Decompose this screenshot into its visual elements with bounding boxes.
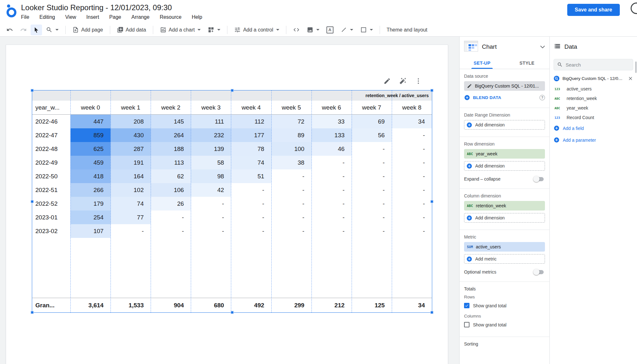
add-date-range-dimension[interactable]: Add dimension bbox=[464, 120, 545, 130]
value-cell: 191 bbox=[111, 156, 151, 169]
zoom-tool-button[interactable] bbox=[43, 25, 62, 35]
column-dimension-chip[interactable]: ABC retention_week bbox=[464, 201, 545, 211]
pivot-header-row: year_w...week 0week 1week 2week 3week 4w… bbox=[32, 101, 432, 115]
more-options-icon[interactable] bbox=[415, 77, 422, 85]
row-label: 2022-48 bbox=[32, 142, 70, 156]
totals-label: Totals bbox=[464, 286, 545, 291]
field-item-year_week[interactable]: ABCyear_week bbox=[550, 103, 637, 113]
resize-handle[interactable] bbox=[431, 200, 433, 203]
row-dimension-chip[interactable]: ABC year_week bbox=[464, 149, 545, 159]
menu-resource[interactable]: Resource bbox=[160, 14, 181, 20]
field-search-box[interactable] bbox=[554, 59, 633, 70]
pivot-table-chart[interactable]: retention_week / active_users year_w...w… bbox=[32, 90, 432, 312]
add-chart-button[interactable]: Add a chart bbox=[157, 25, 204, 35]
edit-pencil-icon[interactable] bbox=[383, 77, 391, 85]
resize-handle[interactable] bbox=[31, 311, 34, 314]
resize-handle[interactable] bbox=[231, 311, 233, 314]
close-icon[interactable] bbox=[628, 76, 633, 81]
resize-handle[interactable] bbox=[431, 89, 433, 92]
checkbox-checked[interactable] bbox=[464, 303, 469, 308]
insert-image-button[interactable] bbox=[304, 25, 323, 35]
value-cell: 133 bbox=[311, 128, 352, 142]
looker-studio-logo-icon[interactable] bbox=[5, 4, 17, 18]
scrollbar[interactable] bbox=[635, 61, 637, 73]
value-cell: 111 bbox=[191, 115, 231, 128]
add-control-button[interactable]: Add a control bbox=[231, 25, 282, 35]
totals-columns-label: Columns bbox=[464, 314, 545, 318]
value-cell: - bbox=[311, 211, 352, 224]
menu-file[interactable]: File bbox=[21, 14, 29, 20]
grand-total-cell: 125 bbox=[352, 298, 392, 312]
add-row-dimension[interactable]: Add dimension bbox=[464, 161, 545, 171]
optional-metrics-toggle[interactable] bbox=[534, 270, 544, 274]
menu-view[interactable]: View bbox=[65, 14, 76, 20]
menu-editing[interactable]: Editing bbox=[39, 14, 55, 20]
report-canvas[interactable]: retention_week / active_users year_w...w… bbox=[0, 37, 459, 364]
field-item-retention_week[interactable]: ABCretention_week bbox=[550, 94, 637, 103]
redo-button[interactable] bbox=[17, 25, 30, 35]
resize-handle[interactable] bbox=[31, 89, 34, 92]
add-metric[interactable]: Add metric bbox=[464, 254, 545, 264]
add-parameter-link[interactable]: Add a parameter bbox=[550, 134, 637, 146]
value-cell: 69 bbox=[352, 115, 392, 128]
value-cell: - bbox=[231, 211, 271, 224]
panel-tabs: SET-UP STYLE bbox=[460, 57, 549, 69]
value-cell: - bbox=[352, 169, 392, 183]
expand-collapse-toggle[interactable] bbox=[534, 177, 544, 181]
menu-page[interactable]: Page bbox=[109, 14, 121, 20]
search-input[interactable] bbox=[566, 62, 630, 68]
chart-panel-header[interactable]: Chart bbox=[460, 37, 549, 57]
data-source-chip[interactable]: BigQuery Custom SQL - 12/01... bbox=[464, 81, 545, 91]
metric-label: Metric bbox=[464, 234, 545, 239]
resize-handle[interactable] bbox=[31, 200, 34, 203]
add-data-button[interactable]: Add data bbox=[114, 25, 149, 35]
field-item-record-count[interactable]: 123Record Count bbox=[550, 113, 637, 122]
grand-total-cell: 904 bbox=[151, 298, 191, 312]
data-source-section: Data source BigQuery Custom SQL - 12/01.… bbox=[460, 69, 549, 108]
embed-code-button[interactable] bbox=[290, 25, 303, 35]
app-header: Looker Studio Reporting - 12/01/2023, 09… bbox=[0, 0, 637, 23]
shape-tool-button[interactable] bbox=[357, 25, 376, 35]
select-tool-button[interactable] bbox=[31, 25, 42, 35]
value-cell: 164 bbox=[111, 169, 151, 183]
add-column-dimension[interactable]: Add dimension bbox=[464, 213, 545, 223]
help-icon[interactable]: ? bbox=[540, 95, 545, 100]
resize-handle[interactable] bbox=[231, 89, 233, 92]
resize-handle[interactable] bbox=[431, 311, 433, 314]
text-tool-button[interactable]: A bbox=[323, 25, 337, 35]
line-tool-button[interactable] bbox=[337, 25, 356, 35]
chevron-down-icon[interactable] bbox=[540, 46, 545, 48]
value-cell: 77 bbox=[111, 211, 151, 224]
data-source-row[interactable]: BigQuery Custom SQL - 12/01/202... bbox=[550, 70, 637, 84]
save-and-share-button[interactable]: Save and share bbox=[567, 4, 620, 16]
avatar[interactable] bbox=[631, 3, 637, 14]
field-type-icon: 123 bbox=[555, 116, 563, 119]
magic-wand-icon[interactable] bbox=[399, 77, 406, 85]
menu-help[interactable]: Help bbox=[192, 14, 202, 20]
plus-circle-icon bbox=[554, 125, 560, 131]
theme-and-layout-button[interactable]: Theme and layout bbox=[383, 25, 431, 35]
metric-chip[interactable]: SUM active_users bbox=[464, 242, 545, 252]
field-name: Record Count bbox=[567, 115, 594, 120]
menu-arrange[interactable]: Arrange bbox=[131, 14, 149, 20]
value-cell: - bbox=[191, 197, 231, 211]
plus-circle-icon bbox=[464, 95, 470, 101]
report-page[interactable]: retention_week / active_users year_w...w… bbox=[6, 45, 448, 364]
data-source-name: BigQuery Custom SQL - 12/01/202... bbox=[562, 76, 625, 81]
add-page-button[interactable]: Add page bbox=[69, 25, 106, 35]
value-cell: - bbox=[151, 224, 191, 238]
value-cell: - bbox=[191, 211, 231, 224]
tab-style[interactable]: STYLE bbox=[505, 57, 549, 69]
chevron-down-icon bbox=[55, 29, 59, 31]
field-item-active_users[interactable]: 123active_users bbox=[550, 84, 637, 94]
tab-setup[interactable]: SET-UP bbox=[460, 57, 505, 69]
menu-insert[interactable]: Insert bbox=[86, 14, 99, 20]
blend-data-link[interactable]: BLEND DATA bbox=[473, 95, 501, 100]
add-field-link[interactable]: Add a field bbox=[550, 122, 637, 134]
checkbox-unchecked[interactable] bbox=[464, 322, 469, 327]
report-title[interactable]: Looker Studio Reporting - 12/01/2023, 09… bbox=[21, 3, 202, 12]
undo-button[interactable] bbox=[3, 25, 16, 35]
toolbar-divider bbox=[110, 26, 110, 34]
community-visualizations-button[interactable] bbox=[204, 25, 224, 35]
value-cell: - bbox=[392, 224, 432, 238]
